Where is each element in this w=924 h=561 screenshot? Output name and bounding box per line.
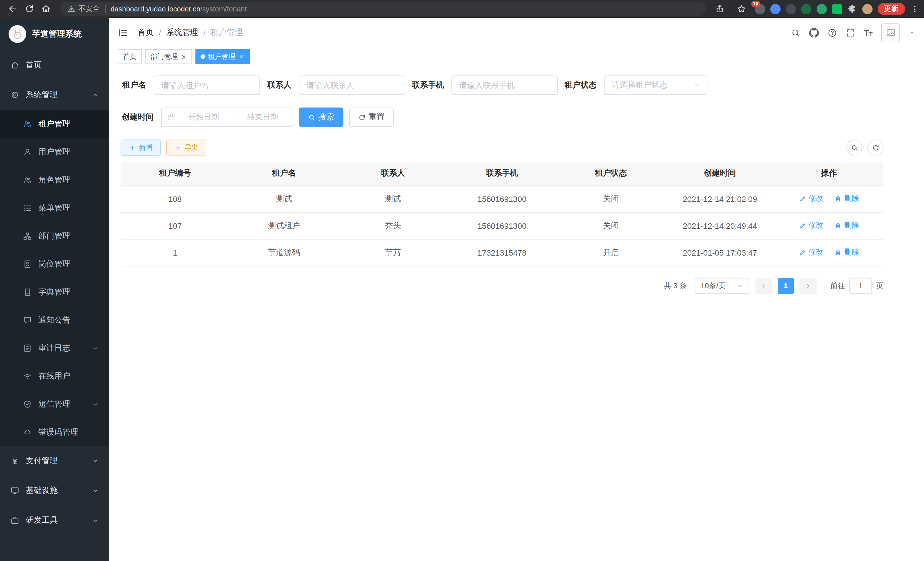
browser-update-button[interactable]: 更新 [878, 3, 905, 15]
sidebar-item-dict[interactable]: 字典管理 [0, 278, 109, 306]
sidebar-item-sms[interactable]: 短信管理 [0, 390, 109, 418]
sidebar-item-error-code[interactable]: 错误码管理 [0, 418, 109, 446]
extension-icon-4[interactable] [801, 4, 812, 14]
sidebar-item-label: 用户管理 [38, 147, 70, 157]
sidebar-item-label: 系统管理 [26, 90, 58, 100]
filter-create-time: 创建时间 开始日期 - 结束日期 [121, 108, 293, 127]
sidebar-item-home[interactable]: 首页 [0, 50, 109, 80]
goto-page-input[interactable] [849, 278, 872, 294]
screen: 不安全 dashboard.yudao.iocoder.cn/system/te… [0, 0, 924, 561]
browser-back-button[interactable] [4, 2, 21, 16]
profile-avatar-icon[interactable] [862, 4, 873, 14]
page-number-button[interactable]: 1 [778, 278, 794, 294]
browser-menu-kebab-icon[interactable] [910, 4, 920, 14]
reset-button[interactable]: 重置 [349, 108, 394, 127]
app-title: 芋道管理系统 [32, 29, 82, 39]
cell-name: 芋道源码 [230, 239, 338, 266]
extensions-puzzle-icon[interactable] [848, 4, 857, 14]
sidebar-item-label: 错误码管理 [38, 427, 78, 437]
sidebar-item-post[interactable]: 岗位管理 [0, 250, 109, 278]
sidebar-fold-icon[interactable] [118, 27, 129, 38]
next-page-button[interactable] [800, 278, 817, 294]
avatar-caret-down-icon[interactable] [909, 29, 915, 36]
tab-tenant[interactable]: 租户管理 [195, 49, 250, 64]
page-size-select[interactable]: 10条/页 [695, 278, 749, 294]
search-button[interactable]: 搜索 [299, 108, 344, 127]
breadcrumb-system[interactable]: 系统管理 [166, 27, 198, 38]
tenant-name-input[interactable] [161, 81, 253, 90]
security-chip[interactable]: 不安全 [68, 4, 100, 14]
github-icon[interactable] [809, 28, 819, 38]
refresh-table-button[interactable] [867, 140, 884, 156]
sidebar-item-tenant[interactable]: 租户管理 [0, 110, 109, 138]
close-icon[interactable] [181, 53, 187, 60]
extension-icon-5[interactable] [817, 4, 827, 14]
toggle-search-button[interactable] [846, 140, 862, 156]
date-range-picker[interactable]: 开始日期 - 结束日期 [161, 108, 293, 127]
table-header: 租户编号 租户名 联系人 联系手机 租户状态 创建时间 操作 [121, 162, 884, 185]
share-button[interactable] [711, 2, 728, 16]
export-button[interactable]: 导出 [166, 140, 206, 156]
extension-icon-6[interactable] [832, 4, 842, 14]
edit-link[interactable]: 修改 [799, 220, 824, 231]
table-row: 107 测试租户 秃头 15601691300 关闭 2021-12-14 20… [121, 212, 884, 239]
tab-dept[interactable]: 部门管理 [145, 49, 192, 64]
extension-icon-2[interactable] [770, 4, 781, 14]
delete-link[interactable]: 删除 [835, 194, 859, 204]
search-icon[interactable] [790, 28, 800, 38]
close-icon[interactable] [238, 53, 244, 60]
sidebar-item-dept[interactable]: 部门管理 [0, 222, 109, 250]
edit-link[interactable]: 修改 [799, 247, 824, 258]
cell-contact: 秃头 [339, 212, 447, 239]
url-host: dashboard.yudao.iocoder.cn [111, 5, 200, 13]
refresh-icon [872, 144, 879, 151]
delete-link[interactable]: 删除 [835, 247, 859, 258]
sidebar-item-menu[interactable]: 菜单管理 [0, 194, 109, 222]
sidebar-item-role[interactable]: 角色管理 [0, 166, 109, 194]
edit-link[interactable]: 修改 [799, 194, 824, 204]
sidebar-item-label: 通知公告 [38, 315, 70, 325]
log-document-icon [23, 343, 32, 353]
chevron-down-icon [736, 282, 743, 289]
sidebar-item-audit-log[interactable]: 审计日志 [0, 334, 109, 362]
tab-label: 租户管理 [208, 52, 236, 62]
help-icon[interactable] [827, 28, 837, 38]
cell-contact: 芋艿 [339, 239, 447, 266]
extension-icon-3[interactable] [786, 4, 796, 14]
select-placeholder: 请选择租户状态 [611, 80, 668, 90]
contact-input[interactable] [306, 81, 398, 90]
security-label: 不安全 [78, 4, 100, 14]
add-button[interactable]: 新增 [121, 140, 160, 156]
browser-reload-button[interactable] [21, 2, 38, 16]
table-toolbar: 新增 导出 [121, 140, 884, 156]
fullscreen-icon[interactable] [845, 28, 855, 38]
browser-home-button[interactable] [38, 2, 54, 16]
sidebar-item-user[interactable]: 用户管理 [0, 138, 109, 166]
sidebar-item-dev-tools[interactable]: 研发工具 [0, 505, 109, 535]
phone-input[interactable] [459, 81, 550, 90]
delete-link[interactable]: 删除 [835, 220, 859, 231]
sidebar-item-online-user[interactable]: 在线用户 [0, 362, 109, 390]
navbar-actions: TT [790, 23, 915, 42]
app-logo[interactable]: 芋道管理系统 [0, 18, 109, 50]
yen-icon: ¥ [10, 457, 20, 465]
sidebar-item-payment[interactable]: ¥ 支付管理 [0, 446, 109, 476]
search-icon [850, 144, 858, 151]
sidebar-item-notice[interactable]: 通知公告 [0, 306, 109, 334]
sidebar-item-infra[interactable]: 基础设施 [0, 476, 109, 505]
download-icon [174, 144, 182, 151]
tab-home[interactable]: 首页 [118, 49, 142, 64]
font-size-icon[interactable]: TT [864, 28, 873, 37]
prev-page-button[interactable] [755, 278, 772, 294]
avatar[interactable] [881, 23, 900, 42]
address-bar[interactable]: 不安全 dashboard.yudao.iocoder.cn/system/te… [60, 2, 706, 16]
status-select[interactable]: 请选择租户状态 [604, 75, 707, 95]
breadcrumb-home[interactable]: 首页 [138, 27, 154, 38]
page-size-value: 10条/页 [700, 281, 726, 291]
field-label: 创建时间 [121, 112, 161, 122]
bookmark-star-button[interactable] [733, 2, 750, 16]
extension-icon-1[interactable]: 10 [755, 4, 765, 14]
cell-phone: 15601691300 [447, 212, 556, 239]
warning-icon [68, 5, 75, 13]
sidebar-item-system[interactable]: 系统管理 [0, 80, 109, 110]
